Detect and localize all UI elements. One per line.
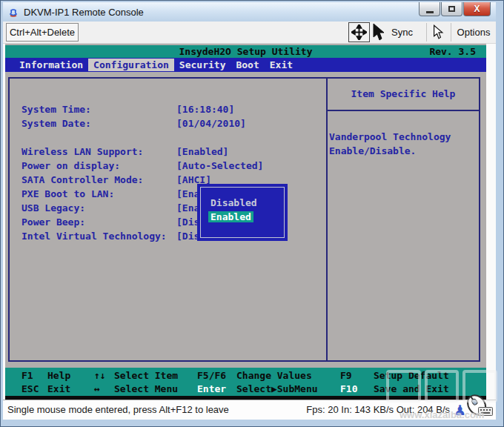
tab-boot[interactable]: Boot xyxy=(231,59,264,71)
key-updown-icon: ↑↓ xyxy=(94,369,106,383)
key-f1-desc: Help xyxy=(47,369,70,383)
client-area: Ctrl+Alt+Delete Sync xyxy=(3,21,496,420)
key-f5f6: F5/F6 xyxy=(197,369,226,383)
window-title: DKVM-IP1 Remote Console xyxy=(24,7,144,18)
options-button[interactable]: Options xyxy=(454,22,493,42)
key-f5f6-desc: Change Values xyxy=(236,369,312,383)
title-bar[interactable]: DKVM-IP1 Remote Console X xyxy=(3,2,496,21)
bios-menu-bar: Information Configuration Security Boot … xyxy=(5,58,486,72)
ctrl-alt-delete-button[interactable]: Ctrl+Alt+Delete xyxy=(6,23,79,42)
java-app-icon xyxy=(7,6,19,18)
close-button[interactable]: X xyxy=(463,2,491,16)
maximize-button[interactable] xyxy=(441,2,462,16)
panel-divider xyxy=(326,79,328,360)
minimize-button[interactable] xyxy=(419,2,440,16)
fullscreen-fit-button[interactable] xyxy=(348,22,370,42)
tab-information[interactable]: Information xyxy=(14,59,88,71)
remote-console-window: DKVM-IP1 Remote Console X Ctrl+Alt+Delet… xyxy=(0,0,504,427)
setting-row[interactable]: Power on display:[Auto-Selected] xyxy=(21,159,322,173)
key-f10-desc: Save and Exit xyxy=(374,383,449,396)
key-f1: F1 xyxy=(21,369,33,383)
four-arrows-icon xyxy=(351,24,367,40)
key-esc: ESC xyxy=(21,383,39,396)
remote-screen-viewport: InsydeH2O Setup Utility Rev. 3.5 Informa… xyxy=(3,44,496,400)
help-panel-title: Item Specific Help xyxy=(328,88,479,99)
toolbar-separator xyxy=(451,23,451,42)
tab-configuration[interactable]: Configuration xyxy=(88,59,174,71)
sync-label: Sync xyxy=(391,27,413,38)
key-f9-desc: Setup Default xyxy=(374,369,449,383)
bios-header-bar: InsydeH2O Setup Utility Rev. 3.5 xyxy=(5,45,486,58)
key-esc-desc: Exit xyxy=(47,383,70,396)
key-enter-desc: Select▶SubMenu xyxy=(236,383,318,396)
help-panel-underline xyxy=(326,110,479,111)
key-enter: Enter xyxy=(197,383,226,396)
status-message: Single mouse mode entered, press Alt+F12… xyxy=(7,404,229,415)
maximize-icon xyxy=(448,6,455,12)
toolbar: Ctrl+Alt+Delete Sync xyxy=(3,21,496,44)
status-bar: Single mouse mode entered, press Alt+F12… xyxy=(3,400,496,420)
setting-row-blank xyxy=(21,130,322,145)
key-updown-desc: Select Item xyxy=(114,369,178,383)
connection-stats: Fps: 20 In: 143 KB/s Out: 204 B/s xyxy=(306,404,450,415)
outline-cursor-icon xyxy=(433,24,445,40)
black-cursor-icon xyxy=(372,23,387,42)
minimize-icon xyxy=(426,11,434,13)
value-popup-border: Disabled Enabled xyxy=(200,187,285,238)
close-icon: X xyxy=(474,4,480,14)
bios-title: InsydeH2O Setup Utility xyxy=(179,46,312,57)
help-panel-text: Enable/Disable. xyxy=(329,145,416,156)
setting-row[interactable]: System Date:[01/04/2010] xyxy=(21,116,322,130)
bios-screen: InsydeH2O Setup Utility Rev. 3.5 Informa… xyxy=(5,44,486,401)
key-f9: F9 xyxy=(340,369,352,383)
key-leftright-icon: ↔ xyxy=(94,383,100,396)
help-panel-text: Vanderpool Technology xyxy=(329,131,451,142)
key-leftright-desc: Select Menu xyxy=(114,383,178,396)
toolbar-separator xyxy=(426,23,427,42)
tab-exit[interactable]: Exit xyxy=(265,59,298,71)
tab-security[interactable]: Security xyxy=(174,59,231,71)
key-hint-bar: F1 Help ↑↓ Select Item F5/F6 Change Valu… xyxy=(5,368,486,396)
setting-row[interactable]: System Time:[16:18:40] xyxy=(21,102,322,116)
popup-option-disabled[interactable]: Disabled xyxy=(210,196,284,210)
setting-row[interactable]: Wireless LAN Support:[Enabled] xyxy=(21,145,322,159)
popup-option-enabled[interactable]: Enabled xyxy=(210,210,284,224)
value-popup: Disabled Enabled xyxy=(197,184,288,241)
sync-mouse-button[interactable]: Sync xyxy=(372,22,425,42)
bios-revision: Rev. 3.5 xyxy=(429,45,476,58)
keyboard-icon xyxy=(478,407,493,418)
key-f10: F10 xyxy=(340,383,357,396)
pointer-mode-button[interactable] xyxy=(428,22,450,42)
